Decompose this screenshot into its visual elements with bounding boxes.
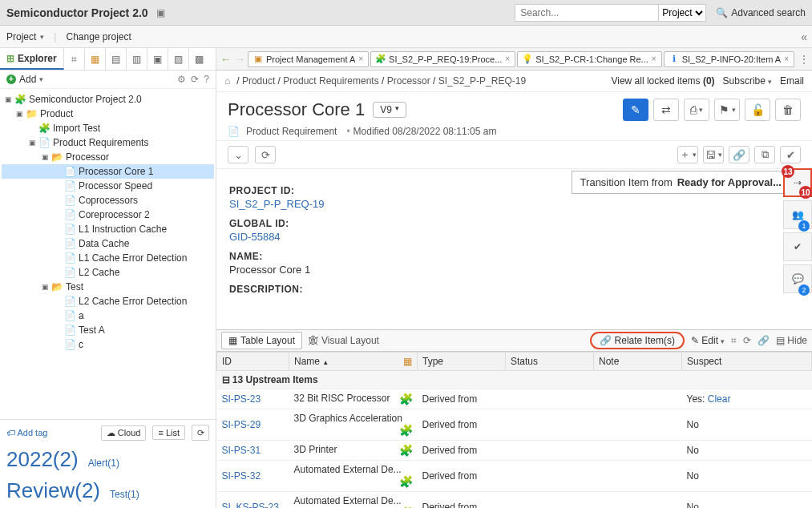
filter-icon[interactable]: ⌗	[64, 48, 85, 70]
table-row[interactable]: SI_KS-PS-23Automated External De... 🧩Der…	[217, 492, 812, 509]
tree-node-test[interactable]: ▣📂Test	[2, 280, 214, 294]
version-selector[interactable]: V9▾	[373, 102, 406, 118]
col-suspect[interactable]: Suspect	[682, 353, 812, 371]
grid-section[interactable]: ⊟ 13 Upstream Items	[217, 371, 812, 389]
email-link[interactable]: Email	[780, 75, 804, 87]
tree-node[interactable]: 📄a	[2, 308, 214, 323]
table-row[interactable]: SI-PS-293D Graphics Acceleration 🧩Derive…	[217, 409, 812, 441]
tree-node[interactable]: 📄Coprocessors	[2, 193, 214, 208]
delete-button[interactable]: 🗑	[775, 99, 801, 121]
global-id-link[interactable]: GID-55884	[229, 231, 281, 243]
search-input[interactable]	[515, 4, 659, 22]
table-row[interactable]: SI-PS-32Automated External De... 🧩Derive…	[217, 461, 812, 492]
rel-id-link[interactable]: SI_KS-PS-23	[222, 502, 279, 508]
tab-nav-back-icon[interactable]: ←	[220, 53, 232, 66]
tree-node-processor[interactable]: ▣📂Processor	[2, 150, 214, 164]
breadcrumb-link[interactable]: Product	[242, 75, 275, 87]
col-id[interactable]: ID	[217, 353, 289, 371]
add-tag-link[interactable]: 🏷 Add tag	[6, 428, 47, 437]
subscribe-menu[interactable]: Subscribe	[723, 75, 772, 87]
tree-root[interactable]: ▣🧩Semiconductor Project 2.0	[2, 92, 214, 107]
table-row[interactable]: SI-PS-313D Printer 🧩Derived fromNo	[217, 441, 812, 461]
test-icon[interactable]: ▣	[147, 48, 168, 70]
edit-rel-menu[interactable]: ✎ Edit	[691, 335, 725, 346]
tree-node-product-requirements[interactable]: ▣📄Product Requirements	[2, 135, 214, 150]
rel-id-link[interactable]: SI-PS-32	[222, 470, 261, 482]
search-scope-select[interactable]: Project	[659, 4, 706, 22]
release-icon[interactable]: ▥	[127, 48, 147, 70]
tab-nav-fwd-icon[interactable]: →	[233, 53, 245, 66]
doc-tab[interactable]: 🧩SI_S2_P-P_REQ-19:Proce...×	[370, 51, 515, 67]
close-icon[interactable]: ×	[784, 54, 789, 63]
tree-node[interactable]: 📄Coreprocessor 2	[2, 208, 214, 222]
rail-users-button[interactable]: 👥 1	[783, 200, 812, 229]
window-icon[interactable]: ▣	[156, 7, 165, 18]
col-note[interactable]: Note	[594, 353, 682, 371]
close-icon[interactable]: ×	[358, 54, 363, 63]
stream-icon[interactable]: ▨	[168, 48, 189, 70]
table-row[interactable]: SI-PS-2332 Bit RISC Processor 🧩Derived f…	[217, 389, 812, 409]
tag-view-cloud[interactable]: ☁ Cloud	[101, 425, 147, 441]
doc-tab[interactable]: 💡SI_S2_P-CR-1:Change Re...×	[517, 51, 661, 67]
tree-node[interactable]: 📄L2 Cache Error Detection	[2, 294, 214, 308]
tree-node[interactable]: 📄Data Cache	[2, 236, 214, 251]
doc-tab[interactable]: ℹSI_S2_P-INFO-20:Item A×	[664, 51, 794, 67]
actions-button[interactable]: ⚑	[714, 99, 740, 121]
baseline-icon[interactable]: ▤	[106, 48, 127, 70]
risk-icon[interactable]: ▩	[189, 48, 210, 70]
tree-node[interactable]: 📄c	[2, 337, 214, 352]
save-menu[interactable]: 🖫	[703, 146, 724, 163]
refresh-item-icon[interactable]: ⟳	[255, 146, 276, 163]
breadcrumb-link[interactable]: Product Requirements	[283, 75, 378, 87]
rel-id-link[interactable]: SI-PS-31	[222, 445, 261, 456]
link-icon[interactable]: 🔗	[729, 146, 749, 163]
rel-refresh-icon[interactable]: ⟳	[743, 335, 751, 346]
col-type[interactable]: Type	[418, 353, 506, 371]
relate-items-button[interactable]: 🔗 Relate Item(s)	[590, 332, 685, 349]
copy-icon[interactable]: ⧉	[754, 146, 775, 163]
tree-node[interactable]: 📄Processor Speed	[2, 179, 214, 193]
workflow-button[interactable]: ⇄	[653, 99, 679, 121]
rel-link-icon[interactable]: 🔗	[757, 335, 770, 346]
close-icon[interactable]: ×	[505, 54, 510, 63]
rail-relationships-button[interactable]: 13 ⇢ 10	[783, 168, 812, 197]
locked-items-link[interactable]: View all locked items (0)	[611, 75, 714, 87]
col-name[interactable]: Name ▲ ▦	[289, 353, 418, 371]
breadcrumb-link[interactable]: Processor	[387, 75, 430, 87]
refresh-icon[interactable]: ⟳	[191, 74, 199, 85]
tag-alert[interactable]: Alert(1)	[88, 458, 119, 469]
lock-button[interactable]: 🔓	[745, 99, 770, 121]
tag-review[interactable]: Review(2)	[6, 478, 100, 503]
grid-icon[interactable]: ▦	[85, 48, 106, 70]
tab-overflow-icon[interactable]: ⋮	[799, 54, 809, 65]
help-icon[interactable]: ?	[204, 74, 209, 85]
transition-dropdown[interactable]: Transition Item from Ready for Approval.…	[572, 171, 801, 194]
tree-node-processor-core-1[interactable]: 📄Processor Core 1	[2, 164, 214, 179]
add-button[interactable]: + Add ▾	[6, 74, 43, 85]
tag-2022[interactable]: 2022(2)	[6, 447, 79, 472]
edit-button[interactable]: ✎	[623, 99, 648, 121]
change-project-link[interactable]: Change project	[66, 31, 131, 42]
gear-icon[interactable]: ⚙	[177, 74, 186, 85]
project-menu[interactable]: Project	[6, 31, 44, 42]
project-id-link[interactable]: SI_S2_P-P_REQ-19	[229, 198, 325, 210]
rel-id-link[interactable]: SI-PS-29	[222, 419, 261, 430]
tag-refresh-icon[interactable]: ⟳	[192, 425, 209, 441]
tab-explorer[interactable]: ⊞ Explorer	[0, 48, 64, 70]
rel-hide-button[interactable]: ▤ Hide	[776, 335, 807, 346]
rail-activity-button[interactable]: ✔	[783, 232, 812, 261]
close-icon[interactable]: ×	[652, 54, 656, 63]
rel-filter-icon[interactable]: ⌗	[731, 335, 737, 346]
breadcrumb-home-icon[interactable]: ⌂	[224, 75, 230, 87]
collapse-all-icon[interactable]: ⌄	[228, 146, 248, 163]
doc-tab[interactable]: ▣Project Management A×	[248, 51, 369, 67]
tag-test[interactable]: Test(1)	[110, 489, 139, 500]
tree-node[interactable]: 🧩Import Test	[2, 121, 214, 135]
approve-icon[interactable]: ✔	[780, 146, 801, 163]
tree-node-product[interactable]: ▣📁Product	[2, 107, 214, 121]
tree-node[interactable]: 📄L1 Instruction Cache	[2, 222, 214, 236]
tree-node[interactable]: 📄L2 Cache	[2, 265, 214, 280]
tree-node[interactable]: 📄L1 Cache Error Detection	[2, 251, 214, 265]
rel-id-link[interactable]: SI-PS-23	[222, 393, 261, 405]
collapse-sidebar-icon[interactable]: «	[801, 30, 807, 43]
